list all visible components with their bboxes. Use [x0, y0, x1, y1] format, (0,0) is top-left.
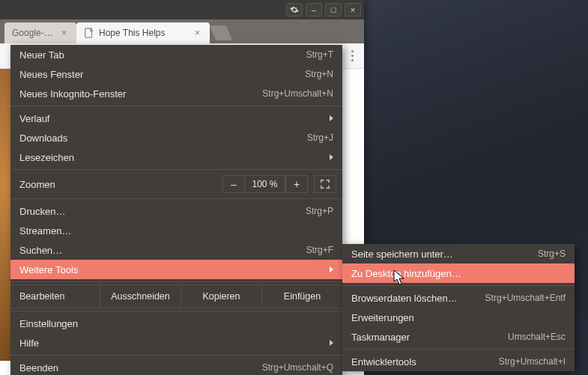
menu-item-label: Erweiterungen	[351, 312, 566, 323]
fullscreen-button[interactable]	[314, 175, 336, 193]
menu-separator	[10, 281, 342, 282]
submenu-add-to-desktop[interactable]: Zu Desktop hinzufügen…	[342, 263, 575, 283]
tab-google-search[interactable]: Google-Such ×	[4, 22, 76, 43]
menu-item-label: Taskmanager	[351, 332, 508, 343]
submenu-clear-data[interactable]: Browserdaten löschen… Strg+Umschalt+Entf	[342, 288, 575, 308]
window-minimize-button[interactable]: –	[306, 3, 322, 16]
menu-item-label: Weitere Tools	[19, 264, 324, 275]
window-menu-icon[interactable]	[286, 3, 303, 16]
zoom-value: 100 %	[245, 175, 285, 193]
menu-item-shortcut: Strg+Umschalt+N	[262, 88, 333, 99]
tab-label: Google-Such	[12, 28, 57, 38]
menu-item-label: Hilfe	[19, 338, 324, 349]
menu-item-shortcut: Strg+T	[306, 49, 333, 60]
menu-separator	[10, 311, 342, 311]
menu-settings[interactable]: Einstellungen	[10, 314, 342, 333]
menu-quit[interactable]: Beenden Strg+Umschalt+Q	[10, 358, 342, 375]
menu-item-label: Downloads	[19, 132, 307, 144]
menu-new-incognito[interactable]: Neues Inkognito-Fenster Strg+Umschalt+N	[10, 84, 342, 103]
page-favicon-icon	[84, 28, 94, 38]
menu-item-label: Neues Inkognito-Fenster	[19, 88, 262, 100]
menu-item-shortcut: Strg+P	[306, 206, 333, 216]
menu-item-label: Einstellungen	[19, 318, 333, 329]
menu-item-label: Entwicklertools	[351, 356, 499, 368]
new-tab-button[interactable]	[210, 25, 232, 40]
menu-new-window[interactable]: Neues Fenster Strg+N	[10, 64, 342, 84]
menu-stream[interactable]: Streamen…	[10, 221, 342, 240]
menu-item-shortcut: Strg+Umschalt+I	[499, 356, 566, 367]
menu-item-shortcut: Strg+F	[306, 245, 333, 255]
submenu-arrow-icon	[330, 340, 333, 346]
page-hero-strip	[0, 69, 10, 361]
menu-edit-row: Bearbeiten Ausschneiden Kopieren Einfüge…	[10, 284, 342, 308]
menu-item-label: Zoomen	[19, 179, 222, 190]
menu-help[interactable]: Hilfe	[10, 333, 342, 353]
menu-item-label: Beenden	[19, 362, 262, 374]
menu-item-label: Neuer Tab	[19, 49, 306, 61]
edit-label: Bearbeiten	[10, 284, 100, 308]
submenu-save-page[interactable]: Seite speichern unter… Strg+S	[342, 244, 575, 263]
menu-print[interactable]: Drucken… Strg+P	[10, 201, 342, 221]
menu-item-shortcut: Strg+Umschalt+Entf	[485, 293, 566, 303]
edit-paste-button[interactable]: Einfügen	[262, 284, 342, 308]
tab-strip: Google-Such × Hope This Helps ×	[0, 19, 364, 43]
zoom-out-button[interactable]: –	[222, 175, 245, 193]
menu-item-shortcut: Umschalt+Esc	[508, 332, 566, 342]
menu-item-label: Verlauf	[19, 113, 324, 124]
edit-cut-button[interactable]: Ausschneiden	[100, 284, 181, 308]
menu-separator	[342, 349, 575, 350]
menu-separator	[10, 106, 342, 106]
menu-item-label: Suchen…	[19, 245, 306, 256]
menu-new-tab[interactable]: Neuer Tab Strg+T	[10, 45, 342, 64]
submenu-arrow-icon	[330, 154, 333, 160]
menu-downloads[interactable]: Downloads Strg+J	[10, 128, 342, 147]
menu-item-shortcut: Strg+J	[307, 132, 333, 143]
submenu-arrow-icon	[330, 266, 333, 272]
menu-item-label: Zu Desktop hinzufügen…	[351, 268, 566, 279]
window-titlebar: – □ ×	[0, 0, 364, 19]
more-tools-submenu: Seite speichern unter… Strg+S Zu Desktop…	[342, 244, 575, 371]
submenu-taskmanager[interactable]: Taskmanager Umschalt+Esc	[342, 327, 575, 347]
menu-more-tools[interactable]: Weitere Tools	[10, 260, 342, 279]
menu-zoom: Zoomen – 100 % +	[10, 172, 342, 196]
menu-item-label: Streamen…	[19, 225, 333, 237]
menu-separator	[10, 355, 342, 356]
menu-bookmarks[interactable]: Lesezeichen	[10, 147, 342, 167]
chrome-main-menu: Neuer Tab Strg+T Neues Fenster Strg+N Ne…	[10, 45, 342, 375]
menu-item-shortcut: Strg+S	[538, 249, 566, 259]
menu-find[interactable]: Suchen… Strg+F	[10, 240, 342, 260]
submenu-arrow-icon	[330, 115, 333, 121]
zoom-in-button[interactable]: +	[285, 175, 308, 193]
submenu-extensions[interactable]: Erweiterungen	[342, 308, 575, 327]
menu-item-label: Lesezeichen	[19, 152, 324, 163]
menu-item-shortcut: Strg+Umschalt+Q	[262, 362, 333, 373]
edit-copy-button[interactable]: Kopieren	[181, 284, 262, 308]
menu-item-label: Seite speichern unter…	[351, 249, 538, 260]
menu-separator	[10, 169, 342, 170]
tab-close-icon[interactable]: ×	[61, 29, 69, 37]
tab-label: Hope This Helps	[99, 28, 190, 38]
window-close-button[interactable]: ×	[345, 3, 361, 16]
tab-close-icon[interactable]: ×	[195, 29, 202, 37]
window-maximize-button[interactable]: □	[325, 3, 342, 16]
menu-separator	[342, 285, 575, 286]
menu-history[interactable]: Verlauf	[10, 109, 342, 128]
menu-item-label: Drucken…	[19, 206, 306, 217]
tab-hope-this-helps[interactable]: Hope This Helps ×	[76, 22, 210, 43]
menu-separator	[10, 198, 342, 199]
submenu-devtools[interactable]: Entwicklertools Strg+Umschalt+I	[342, 352, 575, 371]
menu-item-shortcut: Strg+N	[305, 69, 333, 79]
menu-item-label: Neues Fenster	[19, 69, 305, 80]
menu-item-label: Browserdaten löschen…	[351, 293, 485, 304]
main-menu-button[interactable]	[345, 47, 360, 65]
